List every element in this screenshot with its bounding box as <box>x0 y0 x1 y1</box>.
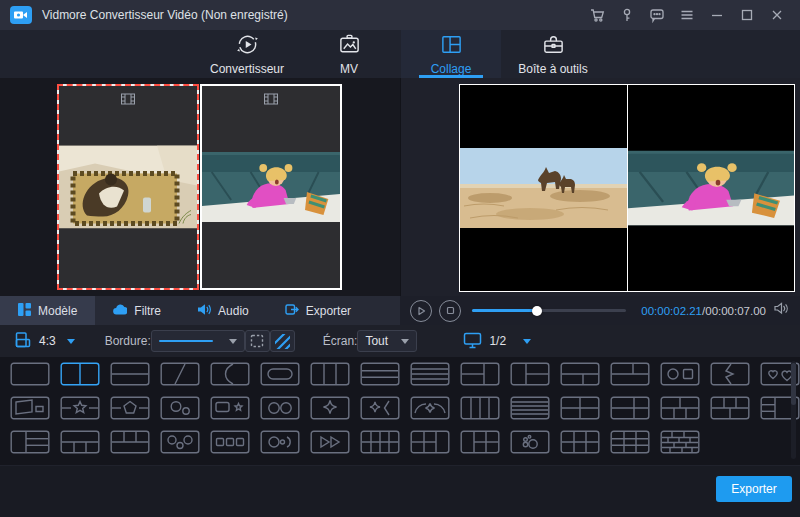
tab-label: Boîte à outils <box>518 62 587 76</box>
panel-tab-label: Audio <box>218 304 249 318</box>
toolbox-icon <box>541 33 566 59</box>
minimize-button[interactable] <box>702 2 732 28</box>
preview-cell-2[interactable] <box>628 85 795 291</box>
menu-icon[interactable] <box>672 2 702 28</box>
cart-icon[interactable] <box>582 2 612 28</box>
workspace <box>0 78 800 296</box>
template-grid-3x2[interactable] <box>560 430 600 454</box>
template-triangles-two[interactable] <box>310 430 350 454</box>
template-left-2-right-1[interactable] <box>460 362 500 386</box>
template-left-1-grid-2x2[interactable] <box>460 430 500 454</box>
template-split-3-horizontal[interactable] <box>360 362 400 386</box>
border-dash-button[interactable] <box>245 330 270 352</box>
template-circles-big-small[interactable] <box>160 396 200 420</box>
maximize-button[interactable] <box>732 2 762 28</box>
control-strip: Modèle Filtre Audio Exporter <box>0 296 800 325</box>
template-split-4-vertical[interactable] <box>460 396 500 420</box>
activation-key-icon[interactable] <box>612 2 642 28</box>
template-spark-split[interactable] <box>310 396 350 420</box>
template-top-2-bottom-1[interactable] <box>610 362 650 386</box>
current-time: 00:00:02.21 <box>641 305 702 317</box>
progress-handle[interactable] <box>532 306 542 316</box>
preview-camel-desert <box>460 148 627 228</box>
template-bricks[interactable] <box>660 430 700 454</box>
window-title: Vidmore Convertisseur Vidéo (Non enregis… <box>42 8 288 22</box>
template-split-3-vertical[interactable] <box>310 362 350 386</box>
template-frame-gear[interactable] <box>210 396 250 420</box>
template-rounded-inset[interactable] <box>260 362 300 386</box>
editor-cell-1-selected[interactable] <box>57 84 199 290</box>
template-circle-square[interactable] <box>660 362 700 386</box>
template-arcs-spark[interactable] <box>410 396 450 420</box>
template-bubbles[interactable] <box>510 430 550 454</box>
screen-select[interactable]: Tout <box>357 330 417 352</box>
template-zigzag[interactable] <box>710 362 750 386</box>
template-squares-three[interactable] <box>210 430 250 454</box>
editor-cell-2[interactable] <box>200 84 342 290</box>
scrollbar-thumb[interactable] <box>791 363 796 405</box>
template-pentagon[interactable] <box>110 396 150 420</box>
film-clip-icon <box>121 91 136 109</box>
template-single[interactable] <box>10 362 50 386</box>
stop-button[interactable] <box>439 300 461 322</box>
template-left-1-right-2[interactable] <box>510 362 550 386</box>
template-scrollbar[interactable] <box>791 361 796 459</box>
tab-boite-a-outils[interactable]: Boîte à outils <box>503 30 603 78</box>
border-style-select[interactable] <box>151 330 245 352</box>
tab-audio[interactable]: Audio <box>179 296 267 325</box>
export-panel-icon <box>285 303 299 319</box>
monitor-icon <box>463 331 482 352</box>
template-grid-2x2-offset[interactable] <box>610 396 650 420</box>
template-top-3-bottom-2[interactable] <box>710 396 750 420</box>
template-circles-three[interactable] <box>160 430 200 454</box>
template-top-3-bottom-1[interactable] <box>110 430 150 454</box>
bottom-bar: Exporter <box>0 465 800 517</box>
feedback-icon[interactable] <box>642 2 672 28</box>
tab-collage[interactable]: Collage <box>401 30 501 78</box>
template-split-5-horizontal[interactable] <box>510 396 550 420</box>
template-top-1-bottom-3[interactable] <box>60 430 100 454</box>
screen-caret-icon <box>401 339 409 344</box>
template-circle-halves[interactable] <box>260 430 300 454</box>
filter-icon <box>113 304 127 318</box>
border-color-button[interactable] <box>270 330 295 352</box>
close-button[interactable] <box>762 2 792 28</box>
template-grid-2x2[interactable] <box>560 396 600 420</box>
aspect-ratio-value: 4:3 <box>39 334 56 348</box>
template-trapezoid[interactable] <box>10 396 50 420</box>
template-split-2-horizontal[interactable] <box>110 362 150 386</box>
template-grid-4x2[interactable] <box>360 430 400 454</box>
tab-label: Convertisseur <box>210 62 284 76</box>
progress-fill <box>472 309 537 312</box>
tab-mv[interactable]: MV <box>299 30 399 78</box>
template-left-1-right-3[interactable] <box>10 430 50 454</box>
export-button[interactable]: Exporter <box>716 476 792 502</box>
template-top-1-bottom-2[interactable] <box>560 362 600 386</box>
volume-icon[interactable] <box>773 301 790 320</box>
tab-filtre[interactable]: Filtre <box>95 296 179 325</box>
preview-cell-1[interactable] <box>460 85 628 291</box>
border-caret-icon <box>229 339 237 344</box>
tab-convertisseur[interactable]: Convertisseur <box>197 30 297 78</box>
template-spark-bracket[interactable] <box>360 396 400 420</box>
progress-slider[interactable] <box>472 309 626 312</box>
total-time: 00:00:07.00 <box>705 305 766 317</box>
pager-caret-icon <box>523 339 531 344</box>
time-display: 00:00:02.21/00:00:07.00 <box>641 305 766 317</box>
template-circles-two[interactable] <box>260 396 300 420</box>
template-split-curve[interactable] <box>210 362 250 386</box>
template-grid-3x3[interactable] <box>610 430 650 454</box>
tab-modele[interactable]: Modèle <box>0 296 95 325</box>
page-indicator: 1/2 <box>489 334 506 348</box>
converter-icon <box>235 33 260 59</box>
play-button[interactable] <box>410 300 432 322</box>
template-star-band[interactable] <box>60 396 100 420</box>
template-split-4-horizontal[interactable] <box>410 362 450 386</box>
tab-exporter[interactable]: Exporter <box>267 296 369 325</box>
aspect-ratio-control[interactable]: 4:3 <box>14 331 75 352</box>
template-split-2-vertical[interactable] <box>60 362 100 386</box>
template-pager[interactable]: 1/2 <box>463 331 531 352</box>
template-top-2-bottom-3[interactable] <box>660 396 700 420</box>
template-grid-2x2-right-1[interactable] <box>410 430 450 454</box>
template-split-diagonal[interactable] <box>160 362 200 386</box>
